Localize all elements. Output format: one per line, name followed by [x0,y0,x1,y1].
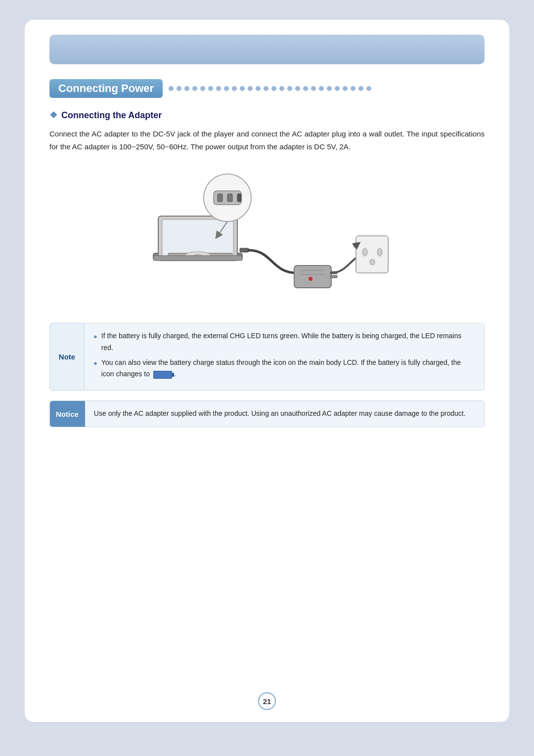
dots-decoration [169,86,485,91]
battery-icon [153,371,172,379]
section-title-row: Connecting Power [49,79,485,98]
diamond-icon: ❖ [49,110,57,121]
subsection-heading: ❖ Connecting the Adapter [49,110,485,121]
dot [169,86,174,91]
notice-content: Use only the AC adapter supplied with th… [85,401,484,427]
notice-label: Notice [50,401,85,427]
dot [366,86,371,91]
svg-rect-7 [240,248,249,252]
dot [343,86,348,91]
dot [216,86,221,91]
note-bullet-2-suffix: . [174,370,176,378]
dot [232,86,237,91]
svg-point-11 [309,277,312,281]
note-bullet-2: ● You can also view the battery charge s… [93,357,475,381]
page-container: Connecting Power [25,20,509,722]
svg-rect-8 [294,266,331,288]
dot [271,86,276,91]
dot [192,86,197,91]
dot [279,86,284,91]
svg-point-17 [370,259,375,265]
dot [200,86,205,91]
adapter-diagram [129,169,405,303]
subsection-heading-text: Connecting the Adapter [61,110,162,121]
svg-rect-14 [356,236,388,273]
dot [351,86,356,91]
dot [295,86,300,91]
dot [287,86,292,91]
dot [327,86,332,91]
dot [264,86,268,91]
top-header-bar [49,35,485,64]
dot [335,86,340,91]
dot [240,86,245,91]
notice-box: Notice Use only the AC adapter supplied … [49,400,485,427]
dot [177,86,181,91]
note-label: Note [50,323,85,390]
bullet-circle-icon-2: ● [93,358,97,369]
dot [358,86,363,91]
svg-rect-20 [218,194,222,202]
svg-rect-21 [227,194,232,202]
note-content: ● If the battery is fully charged, the e… [85,323,484,390]
dot [184,86,189,91]
svg-rect-22 [237,194,241,202]
svg-rect-13 [330,275,337,278]
diagram-area [49,167,485,305]
dot [208,86,213,91]
note-bullet-1-text: If the battery is fully charged, the ext… [101,330,475,354]
body-paragraph: Connect the AC adapter to the DC-5V jack… [49,128,485,153]
dot [256,86,261,91]
svg-point-15 [362,248,367,256]
note-box: Note ● If the battery is fully charged, … [49,323,485,391]
dot [303,86,308,91]
svg-point-16 [377,248,382,256]
dot [311,86,316,91]
dot [248,86,253,91]
dot [224,86,229,91]
note-bullet-1: ● If the battery is fully charged, the e… [93,330,475,354]
svg-rect-6 [153,256,242,261]
page-number: 21 [258,692,276,710]
bullet-circle-icon: ● [93,331,97,342]
section-title: Connecting Power [49,79,163,98]
note-bullet-2-text: You can also view the battery charge sta… [101,357,475,381]
dot [319,86,324,91]
